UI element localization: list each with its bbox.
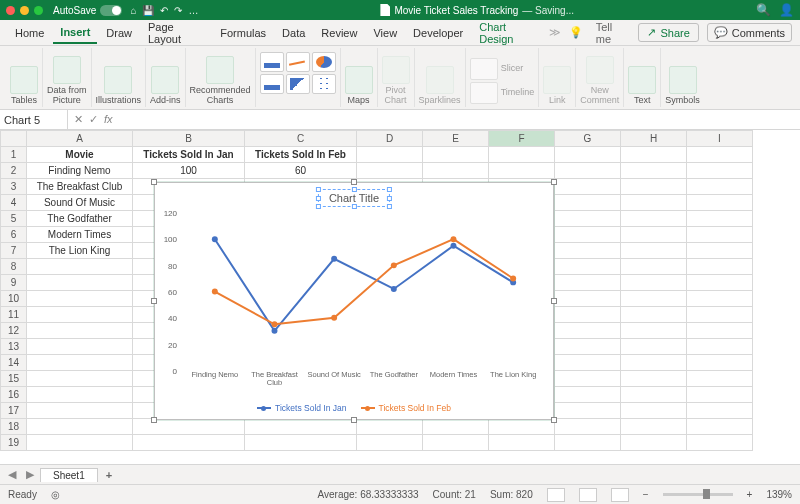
cell[interactable]: Tickets Sold In Jan (133, 147, 245, 163)
cell[interactable] (621, 275, 687, 291)
view-normal-icon[interactable] (547, 488, 565, 502)
cell[interactable] (687, 307, 753, 323)
row-header[interactable]: 1 (1, 147, 27, 163)
resize-handle[interactable] (551, 179, 557, 185)
tab-home[interactable]: Home (8, 23, 51, 43)
cell[interactable] (621, 227, 687, 243)
row-header[interactable]: 18 (1, 419, 27, 435)
cell[interactable] (27, 259, 133, 275)
chart-type-grid[interactable] (260, 52, 336, 94)
sheet-tab[interactable]: Sheet1 (40, 468, 98, 482)
col-header[interactable]: E (423, 131, 489, 147)
cell[interactable] (687, 323, 753, 339)
cell[interactable]: 100 (133, 163, 245, 179)
zoom-in-icon[interactable]: + (747, 489, 753, 500)
row-header[interactable]: 8 (1, 259, 27, 275)
cell[interactable] (555, 403, 621, 419)
cell[interactable] (621, 211, 687, 227)
cell[interactable] (687, 147, 753, 163)
cell[interactable] (555, 243, 621, 259)
group-text[interactable]: Text (624, 48, 661, 107)
cell[interactable] (687, 243, 753, 259)
insert-scatter-chart-icon[interactable] (312, 74, 336, 94)
cell[interactable] (687, 291, 753, 307)
row-header[interactable]: 9 (1, 275, 27, 291)
cell[interactable]: Sound Of Music (27, 195, 133, 211)
tab-draw[interactable]: Draw (99, 23, 139, 43)
cell[interactable] (555, 339, 621, 355)
group-pivot-chart[interactable]: Pivot Chart (378, 48, 415, 107)
add-sheet-button[interactable]: + (100, 469, 118, 481)
close-icon[interactable] (6, 6, 15, 15)
group-recommended-charts[interactable]: Recommended Charts (186, 48, 256, 107)
user-account-icon[interactable]: 👤 (779, 3, 794, 17)
view-pagebreak-icon[interactable] (611, 488, 629, 502)
row-header[interactable]: 3 (1, 179, 27, 195)
new-comment-icon[interactable] (586, 56, 614, 84)
tables-icon[interactable] (10, 66, 38, 94)
cell[interactable] (621, 195, 687, 211)
resize-handle[interactable] (551, 298, 557, 304)
chart-legend[interactable]: Tickets Sold In Jan Tickets Sold In Feb (155, 403, 553, 413)
cell[interactable] (555, 179, 621, 195)
row-header[interactable]: 6 (1, 227, 27, 243)
more-icon[interactable]: … (188, 5, 198, 16)
cell[interactable] (687, 387, 753, 403)
window-controls[interactable] (6, 6, 43, 15)
resize-handle[interactable] (551, 417, 557, 423)
cell[interactable] (555, 211, 621, 227)
cell[interactable] (687, 355, 753, 371)
col-header[interactable]: G (555, 131, 621, 147)
row-header[interactable]: 11 (1, 307, 27, 323)
cell[interactable] (687, 163, 753, 179)
tab-data[interactable]: Data (275, 23, 312, 43)
cell[interactable] (555, 435, 621, 451)
cell[interactable] (687, 195, 753, 211)
cell[interactable] (687, 259, 753, 275)
cell[interactable] (555, 163, 621, 179)
illustrations-icon[interactable] (104, 66, 132, 94)
enter-formula-icon[interactable]: ✓ (89, 113, 98, 126)
group-link[interactable]: Link (539, 48, 576, 107)
group-data-from-picture[interactable]: Data from Picture (43, 48, 92, 107)
cell[interactable] (687, 211, 753, 227)
col-header[interactable]: H (621, 131, 687, 147)
accessibility-icon[interactable]: ◎ (51, 489, 60, 500)
group-maps[interactable]: Maps (341, 48, 378, 107)
cell[interactable] (555, 275, 621, 291)
cell[interactable] (27, 339, 133, 355)
insert-pie-chart-icon[interactable] (312, 52, 336, 72)
cell[interactable] (27, 371, 133, 387)
tab-review[interactable]: Review (314, 23, 364, 43)
redo-icon[interactable]: ↷ (174, 5, 182, 16)
cell[interactable] (489, 419, 555, 435)
col-header[interactable]: I (687, 131, 753, 147)
chart-plot-area[interactable] (185, 213, 543, 369)
zoom-level[interactable]: 139% (766, 489, 792, 500)
cell[interactable] (357, 147, 423, 163)
row-header[interactable]: 10 (1, 291, 27, 307)
cell[interactable] (489, 147, 555, 163)
group-addins[interactable]: Add-ins (146, 48, 186, 107)
cell[interactable] (423, 435, 489, 451)
insert-bar-chart-icon[interactable] (260, 74, 284, 94)
cell[interactable] (423, 163, 489, 179)
cell[interactable] (621, 147, 687, 163)
cell[interactable] (687, 371, 753, 387)
row-header[interactable]: 5 (1, 211, 27, 227)
maps-icon[interactable] (345, 66, 373, 94)
resize-handle[interactable] (351, 417, 357, 423)
group-new-comment[interactable]: New Comment (576, 48, 624, 107)
cell[interactable] (621, 387, 687, 403)
fx-icon[interactable]: fx (104, 113, 113, 126)
quick-access-toolbar[interactable]: ⌂ 💾 ↶ ↷ … (130, 5, 198, 16)
home-icon[interactable]: ⌂ (130, 5, 136, 16)
group-illustrations[interactable]: Illustrations (92, 48, 147, 107)
cell[interactable] (621, 355, 687, 371)
autosave-toggle[interactable]: AutoSave (53, 5, 122, 16)
row-header[interactable]: 13 (1, 339, 27, 355)
prev-sheet-icon[interactable]: ◀ (4, 468, 20, 481)
cell[interactable] (687, 179, 753, 195)
cell[interactable] (687, 435, 753, 451)
next-sheet-icon[interactable]: ▶ (22, 468, 38, 481)
